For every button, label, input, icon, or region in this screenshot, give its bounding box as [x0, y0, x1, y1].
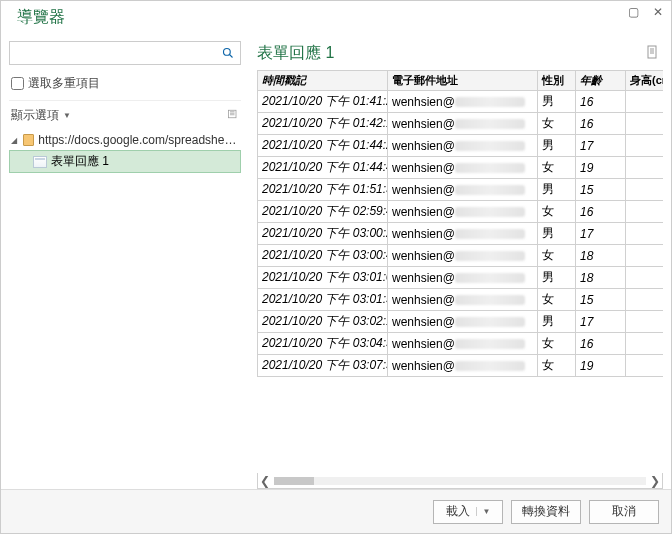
- select-multiple-checkbox[interactable]: [11, 77, 24, 90]
- cell-sex: 男: [538, 223, 576, 245]
- table-row[interactable]: 2021/10/20 下午 01:51:34wenhsien@男15: [258, 179, 664, 201]
- col-age[interactable]: 年齡: [576, 71, 626, 91]
- cell-age: 19: [576, 355, 626, 377]
- cell-height: [626, 157, 664, 179]
- close-icon[interactable]: ✕: [651, 5, 665, 19]
- cell-email: wenhsien@: [388, 135, 538, 157]
- footer: 載入 ▼ 轉換資料 取消: [1, 489, 671, 533]
- scroll-right-icon[interactable]: ❯: [650, 474, 660, 488]
- table-row[interactable]: 2021/10/20 下午 03:02:18wenhsien@男17: [258, 311, 664, 333]
- cell-height: [626, 223, 664, 245]
- col-email[interactable]: 電子郵件地址: [388, 71, 538, 91]
- col-timestamp[interactable]: 時間戳記: [258, 71, 388, 91]
- chevron-down-icon: ▼: [63, 111, 71, 120]
- cell-email: wenhsien@: [388, 91, 538, 113]
- cell-email: wenhsien@: [388, 267, 538, 289]
- cell-timestamp: 2021/10/20 下午 03:00:27: [258, 223, 388, 245]
- cancel-button[interactable]: 取消: [589, 500, 659, 524]
- cell-email: wenhsien@: [388, 333, 538, 355]
- collapse-icon[interactable]: ◢: [11, 136, 19, 145]
- table-row[interactable]: 2021/10/20 下午 01:44:21wenhsien@男17: [258, 135, 664, 157]
- cell-timestamp: 2021/10/20 下午 03:01:53: [258, 289, 388, 311]
- preview-title: 表單回應 1: [257, 43, 334, 64]
- cell-timestamp: 2021/10/20 下午 03:00:48: [258, 245, 388, 267]
- tree-root-label: https://docs.google.com/spreadsheets/d/1…: [38, 133, 239, 147]
- cell-age: 17: [576, 135, 626, 157]
- select-multiple-row[interactable]: 選取多重項目: [9, 71, 241, 96]
- cell-height: [626, 91, 664, 113]
- source-tree: ◢ https://docs.google.com/spreadsheets/d…: [9, 130, 241, 489]
- cell-height: [626, 201, 664, 223]
- cell-height: [626, 333, 664, 355]
- cell-height: [626, 135, 664, 157]
- cell-timestamp: 2021/10/20 下午 01:41:27: [258, 91, 388, 113]
- cell-height: [626, 179, 664, 201]
- cell-email: wenhsien@: [388, 179, 538, 201]
- preview-table-wrap: 時間戳記 電子郵件地址 性別 年齡 身高(cm) 2021/10/20 下午 0…: [257, 70, 663, 489]
- table-row[interactable]: 2021/10/20 下午 01:42:12wenhsien@女16: [258, 113, 664, 135]
- cell-timestamp: 2021/10/20 下午 01:44:21: [258, 135, 388, 157]
- chevron-down-icon[interactable]: ▼: [476, 507, 491, 516]
- maximize-icon[interactable]: ▢: [626, 5, 641, 19]
- window-controls: ▢ ✕: [626, 5, 665, 19]
- table-row[interactable]: 2021/10/20 下午 03:07:56wenhsien@女19: [258, 355, 664, 377]
- cell-height: [626, 289, 664, 311]
- transform-button[interactable]: 轉換資料: [511, 500, 581, 524]
- cell-age: 18: [576, 245, 626, 267]
- cell-timestamp: 2021/10/20 下午 03:04:53: [258, 333, 388, 355]
- tree-root[interactable]: ◢ https://docs.google.com/spreadsheets/d…: [9, 130, 241, 150]
- cell-timestamp: 2021/10/20 下午 01:44:47: [258, 157, 388, 179]
- cell-sex: 女: [538, 201, 576, 223]
- cell-age: 16: [576, 201, 626, 223]
- cell-email: wenhsien@: [388, 245, 538, 267]
- svg-line-1: [230, 55, 233, 58]
- display-options-button[interactable]: 顯示選項 ▼: [11, 107, 71, 124]
- table-row[interactable]: 2021/10/20 下午 02:59:49wenhsien@女16: [258, 201, 664, 223]
- cell-sex: 女: [538, 355, 576, 377]
- scroll-track[interactable]: [274, 477, 646, 485]
- preview-options-icon[interactable]: [647, 45, 659, 62]
- display-options-row: 顯示選項 ▼: [9, 100, 241, 128]
- col-height[interactable]: 身高(cm): [626, 71, 664, 91]
- scroll-left-icon[interactable]: ❮: [260, 474, 270, 488]
- table-row[interactable]: 2021/10/20 下午 03:00:27wenhsien@男17: [258, 223, 664, 245]
- folder-icon: [23, 134, 34, 146]
- table-row[interactable]: 2021/10/20 下午 01:44:47wenhsien@女19: [258, 157, 664, 179]
- left-pane: 選取多重項目 顯示選項 ▼ ◢ https://docs.google.com/…: [9, 41, 249, 489]
- table-row[interactable]: 2021/10/20 下午 01:41:27wenhsien@男16: [258, 91, 664, 113]
- cell-timestamp: 2021/10/20 下午 01:51:34: [258, 179, 388, 201]
- cell-age: 16: [576, 91, 626, 113]
- cell-sex: 男: [538, 311, 576, 333]
- cell-height: [626, 311, 664, 333]
- cell-email: wenhsien@: [388, 157, 538, 179]
- cell-email: wenhsien@: [388, 355, 538, 377]
- search-input[interactable]: [10, 42, 216, 64]
- sheet-icon: [33, 156, 47, 168]
- table-header-row: 時間戳記 電子郵件地址 性別 年齡 身高(cm): [258, 71, 664, 91]
- cell-timestamp: 2021/10/20 下午 02:59:49: [258, 201, 388, 223]
- search-icon[interactable]: [216, 42, 240, 64]
- cell-age: 16: [576, 113, 626, 135]
- cell-timestamp: 2021/10/20 下午 01:42:12: [258, 113, 388, 135]
- cell-timestamp: 2021/10/20 下午 03:07:56: [258, 355, 388, 377]
- preview-table: 時間戳記 電子郵件地址 性別 年齡 身高(cm) 2021/10/20 下午 0…: [257, 70, 663, 377]
- load-button[interactable]: 載入 ▼: [433, 500, 503, 524]
- cell-timestamp: 2021/10/20 下午 03:01:09: [258, 267, 388, 289]
- cell-sex: 女: [538, 245, 576, 267]
- right-pane: 表單回應 1 時間戳記 電子郵件地址 性別 年齡 身高(cm) 2021/10/…: [249, 41, 663, 489]
- cell-age: 17: [576, 311, 626, 333]
- table-row[interactable]: 2021/10/20 下午 03:01:53wenhsien@女15: [258, 289, 664, 311]
- cell-age: 17: [576, 223, 626, 245]
- cell-age: 15: [576, 179, 626, 201]
- refresh-icon[interactable]: [227, 108, 239, 123]
- horizontal-scrollbar[interactable]: ❮ ❯: [257, 473, 663, 489]
- table-row[interactable]: 2021/10/20 下午 03:01:09wenhsien@男18: [258, 267, 664, 289]
- scroll-thumb[interactable]: [274, 477, 314, 485]
- cell-age: 16: [576, 333, 626, 355]
- tree-item-sheet[interactable]: 表單回應 1: [9, 150, 241, 173]
- table-row[interactable]: 2021/10/20 下午 03:04:53wenhsien@女16: [258, 333, 664, 355]
- select-multiple-label: 選取多重項目: [28, 75, 100, 92]
- cell-sex: 男: [538, 91, 576, 113]
- col-sex[interactable]: 性別: [538, 71, 576, 91]
- table-row[interactable]: 2021/10/20 下午 03:00:48wenhsien@女18: [258, 245, 664, 267]
